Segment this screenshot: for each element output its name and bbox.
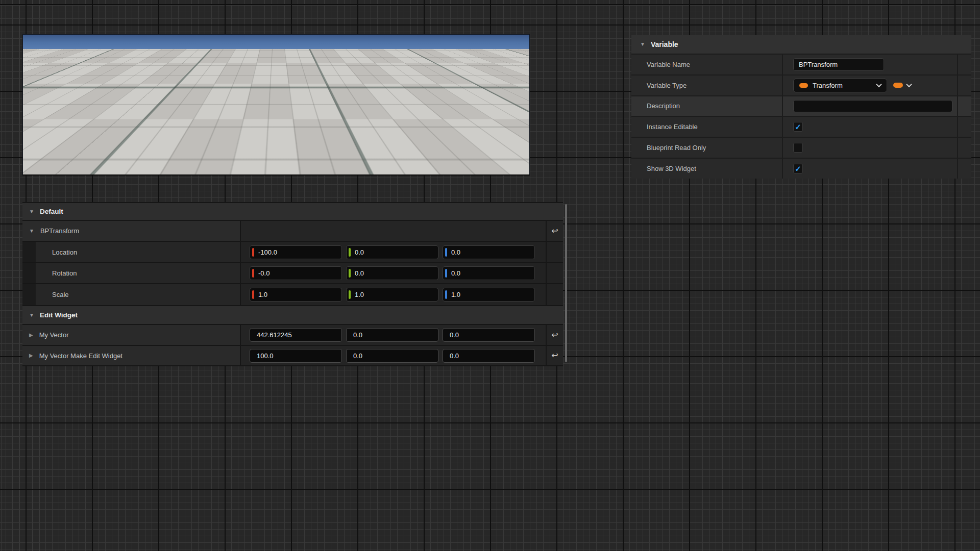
chevron-down-icon	[876, 82, 881, 87]
variable-name-label: Variable Name	[631, 55, 782, 74]
mvmew-z-field[interactable]: 0.0	[443, 349, 535, 363]
blueprint-read-only-row: Blueprint Read Only	[631, 137, 971, 158]
chevron-expanded-icon[interactable]: ▼	[29, 229, 34, 234]
category-default[interactable]: ▼ Default	[22, 203, 563, 220]
reset-to-default-button[interactable]: ↩	[551, 227, 558, 235]
variable-section-title: Variable	[651, 40, 678, 48]
blueprint-read-only-checkbox[interactable]	[793, 143, 803, 153]
viewport-objects	[23, 35, 530, 176]
scale-label: Scale	[36, 284, 240, 305]
location-row[interactable]: Location -100.0 0.0 0.0	[22, 241, 563, 262]
my-vector-label: My Vector	[39, 331, 69, 339]
gizmo-origin-dot[interactable]	[263, 122, 270, 129]
x-axis-bar	[252, 248, 254, 257]
z-axis-bar	[445, 290, 447, 299]
z-axis-bar	[445, 248, 447, 257]
transform-type-pill-icon	[799, 83, 808, 88]
variable-name-row: Variable Name	[631, 54, 971, 74]
container-type-pill-icon	[893, 83, 903, 88]
variable-type-row: Variable Type Transform	[631, 74, 971, 95]
viewport-label-myvector-makeeditwidget: MyVector_MakeEditWidget	[417, 119, 509, 128]
description-input[interactable]	[793, 100, 952, 112]
chevron-down-icon	[906, 82, 912, 87]
chevron-collapsed-icon[interactable]: ▶	[29, 353, 33, 358]
location-y-field[interactable]: 0.0	[346, 245, 438, 259]
description-label: Description	[631, 96, 782, 116]
variable-type-label: Variable Type	[631, 76, 782, 95]
instance-editable-label: Instance Editable	[631, 117, 782, 137]
scale-y-field[interactable]: 1.0	[346, 288, 438, 302]
my-vector-make-edit-widget-label: My Vector Make Edit Widget	[39, 352, 122, 360]
show-3d-widget-row: Show 3D Widget ✓	[631, 158, 971, 179]
mvmew-x-field[interactable]: 100.0	[250, 349, 342, 363]
x-axis-bar	[252, 269, 254, 278]
blueprint-read-only-label: Blueprint Read Only	[631, 138, 782, 158]
variable-section-header[interactable]: ▼ Variable	[631, 35, 971, 54]
checkmark-icon: ✓	[795, 123, 801, 131]
location-label: Location	[36, 242, 240, 262]
y-axis-bar	[349, 290, 351, 299]
container-type-dropdown[interactable]	[893, 83, 911, 88]
reset-to-default-button[interactable]: ↩	[551, 352, 558, 360]
location-z-field[interactable]: 0.0	[443, 245, 535, 259]
instance-editable-checkbox[interactable]: ✓	[793, 122, 803, 132]
chevron-expanded-icon[interactable]: ▼	[29, 209, 34, 214]
variable-type-value: Transform	[813, 82, 872, 89]
show-3d-widget-checkbox[interactable]: ✓	[793, 164, 803, 173]
category-edit-widget-title: Edit Widget	[40, 311, 78, 319]
description-row: Description	[631, 95, 971, 116]
my-vector-make-edit-widget-row[interactable]: ▶ My Vector Make Edit Widget 100.0 0.0 0…	[22, 345, 563, 365]
reset-to-default-button[interactable]: ↩	[551, 331, 558, 339]
viewport-label-bptransform: BPTransform	[106, 128, 151, 136]
x-axis-bar	[252, 290, 254, 299]
preview-viewport[interactable]: BPTransform MyVector_MakeEditWidget	[22, 34, 530, 176]
defaults-panel: ▼ Default ▼ BPTransform ↩ Location -100.…	[22, 202, 563, 366]
rotation-x-field[interactable]: -0.0	[250, 266, 342, 280]
instance-editable-row: Instance Editable ✓	[631, 116, 971, 137]
rotation-z-field[interactable]: 0.0	[443, 266, 535, 280]
category-edit-widget[interactable]: ▼ Edit Widget	[22, 305, 563, 324]
my-vector-row[interactable]: ▶ My Vector 442.612245 0.0 0.0 ↩	[22, 324, 563, 345]
rotation-row[interactable]: Rotation -0.0 0.0 0.0	[22, 262, 563, 283]
my-vector-z-field[interactable]: 0.0	[443, 328, 535, 342]
show-3d-widget-label: Show 3D Widget	[631, 159, 782, 179]
variable-name-input[interactable]	[793, 58, 884, 71]
bptransform-property-label: BPTransform	[40, 227, 79, 235]
chevron-expanded-icon[interactable]: ▼	[640, 42, 645, 47]
bptransform-property-row[interactable]: ▼ BPTransform ↩	[22, 220, 563, 241]
rotation-y-field[interactable]: 0.0	[346, 266, 438, 280]
category-default-title: Default	[40, 208, 63, 215]
scale-z-field[interactable]: 1.0	[443, 288, 535, 302]
bp-transform-widget-wireframe[interactable]	[90, 104, 118, 149]
mvmew-y-field[interactable]: 0.0	[346, 349, 438, 363]
checkmark-icon: ✓	[795, 165, 801, 172]
location-x-field[interactable]: -100.0	[250, 245, 342, 259]
rotation-label: Rotation	[36, 263, 240, 283]
my-vector-y-field[interactable]: 0.0	[346, 328, 438, 342]
scale-row[interactable]: Scale 1.0 1.0 1.0	[22, 283, 563, 305]
y-axis-bar	[349, 248, 351, 257]
details-panel-scrollbar[interactable]	[565, 204, 567, 362]
scale-x-field[interactable]: 1.0	[250, 288, 342, 302]
my-vector-x-field[interactable]: 442.612245	[250, 328, 342, 342]
chevron-expanded-icon[interactable]: ▼	[29, 313, 34, 318]
chevron-collapsed-icon[interactable]: ▶	[29, 333, 33, 338]
variable-type-dropdown[interactable]: Transform	[793, 79, 887, 92]
variable-panel: ▼ Variable Variable Name Variable Type T…	[631, 35, 971, 179]
z-axis-bar	[445, 269, 447, 278]
y-axis-bar	[349, 269, 351, 278]
